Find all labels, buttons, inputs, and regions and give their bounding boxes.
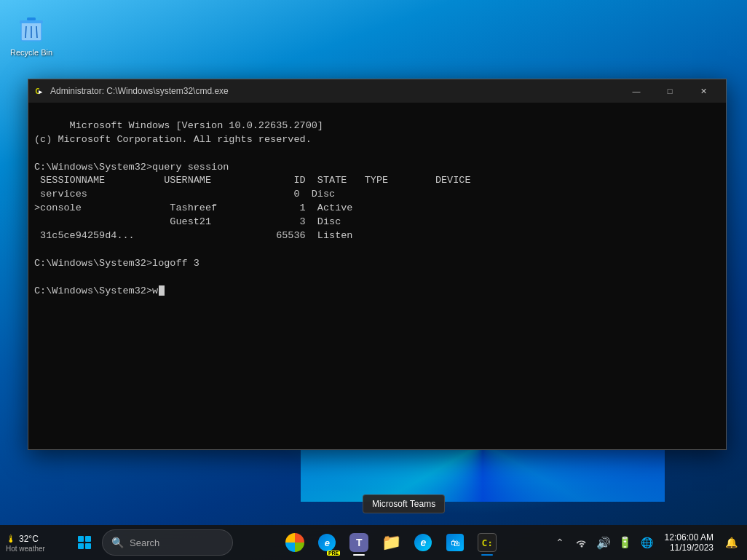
taskbar-icon-file-explorer[interactable]: 📁 — [376, 528, 406, 557]
clock-date: 11/19/2023 — [670, 543, 714, 553]
cmd-output[interactable]: Microsoft Windows [Version 10.0.22635.27… — [28, 103, 726, 449]
close-button[interactable]: ✕ — [687, 79, 720, 103]
recycle-bin-icon[interactable]: Recycle Bin — [7, 7, 55, 60]
tray-volume[interactable]: 🔊 — [593, 529, 614, 556]
taskbar-clock[interactable]: 12:06:00 AM 11/19/2023 — [659, 525, 719, 560]
file-explorer-icon: 📁 — [382, 533, 401, 552]
taskbar-icon-edge-pre[interactable]: e PRE — [312, 528, 341, 557]
battery-icon: 🔋 — [618, 536, 632, 549]
edge-pre-icon: e — [318, 534, 336, 551]
taskbar-weather[interactable]: 🌡 32°C Hot weather — [6, 533, 64, 553]
bell-icon: 🔔 — [725, 537, 738, 548]
cmd-active-indicator — [481, 554, 493, 556]
cmd-line-1: Microsoft Windows [Version 10.0.22635.27… — [34, 120, 471, 296]
clock-time: 12:06:00 AM — [665, 532, 714, 543]
cmd-title-text: Administrator: C:\Windows\system32\cmd.e… — [50, 86, 615, 96]
maximize-button[interactable]: □ — [653, 79, 687, 103]
weather-description: Hot weather — [6, 545, 45, 553]
search-label: Search — [130, 537, 159, 548]
svg-text:▶: ▶ — [39, 88, 43, 95]
volume-icon: 🔊 — [596, 536, 611, 550]
svg-line-3 — [25, 26, 26, 38]
cursor-blink — [159, 285, 165, 296]
tray-battery[interactable]: 🔋 — [615, 529, 636, 556]
edge-icon: e — [414, 534, 432, 551]
windows-logo-icon — [78, 536, 91, 549]
taskbar-icon-edge[interactable]: e — [408, 528, 438, 557]
start-button[interactable] — [70, 528, 99, 557]
weather-temperature: 🌡 32°C — [6, 533, 39, 545]
cmd-icon: C: — [478, 533, 497, 552]
notification-button[interactable]: 🔔 — [721, 529, 741, 556]
cmd-window-controls: — □ ✕ — [620, 79, 720, 103]
recycle-bin-label: Recycle Bin — [10, 48, 52, 57]
weather-sun-icon: 🌡 — [6, 533, 16, 545]
recycle-bin-image — [14, 10, 49, 45]
tray-chevron[interactable]: ⌃ — [550, 529, 570, 556]
wifi-icon — [576, 537, 588, 548]
taskbar-icon-store[interactable]: 🛍 — [440, 528, 470, 557]
ms365-icon — [285, 533, 304, 552]
search-icon: 🔍 — [111, 537, 124, 548]
tray-wifi[interactable] — [572, 529, 592, 556]
taskbar-pinned-apps: e PRE T 📁 e 🛍 C: — [236, 528, 547, 557]
store-icon: 🛍 — [446, 534, 464, 551]
teams-icon: T — [349, 533, 368, 552]
cmd-window: C ▶ Administrator: C:\Windows\system32\c… — [28, 79, 727, 450]
cmd-titlebar: C ▶ Administrator: C:\Windows\system32\c… — [28, 79, 726, 103]
system-tray: ⌃ 🔊 🔋 🌐 12:06:00 AM 11/19/2023 — [550, 525, 741, 560]
tray-network-2[interactable]: 🌐 — [637, 529, 657, 556]
taskbar: 🌡 32°C Hot weather 🔍 Search — [0, 525, 747, 560]
taskbar-search[interactable]: 🔍 Search — [102, 529, 233, 556]
svg-rect-2 — [27, 17, 36, 20]
taskbar-icon-ms365[interactable] — [280, 528, 309, 557]
svg-rect-1 — [20, 20, 43, 23]
cmd-app-icon: C ▶ — [34, 85, 46, 97]
desktop: Recycle Bin C ▶ Administrator: C:\Window… — [0, 0, 747, 560]
chevron-up-icon: ⌃ — [556, 537, 564, 548]
active-indicator — [353, 554, 365, 556]
network-icon: 🌐 — [641, 537, 653, 548]
teams-tooltip: Microsoft Teams — [363, 494, 445, 513]
svg-line-5 — [36, 26, 37, 38]
pre-badge: PRE — [327, 551, 340, 556]
taskbar-icon-cmd[interactable]: C: — [473, 528, 502, 557]
taskbar-icon-teams[interactable]: T — [344, 528, 374, 557]
minimize-button[interactable]: — — [620, 79, 653, 103]
